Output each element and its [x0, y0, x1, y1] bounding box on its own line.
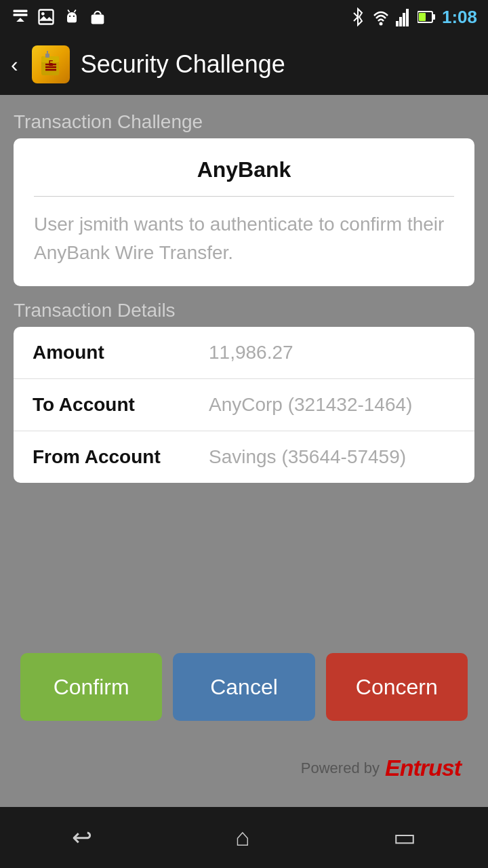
svg-rect-0: [14, 10, 28, 13]
svg-rect-2: [39, 10, 54, 24]
powered-by-text: Powered by: [301, 760, 380, 777]
amount-row: Amount 11,986.27: [14, 327, 474, 379]
svg-rect-18: [419, 13, 426, 21]
challenge-message: User jsmith wants to authenticate to con…: [34, 210, 454, 267]
svg-rect-22: [47, 51, 48, 55]
action-buttons: Confirm Cancel Concern: [14, 653, 474, 734]
app-icon: E: [32, 45, 70, 83]
status-icons-left: [11, 7, 107, 26]
challenge-card: AnyBank User jsmith wants to authenticat…: [14, 138, 474, 286]
svg-point-3: [41, 12, 45, 16]
concern-button[interactable]: Concern: [326, 653, 468, 721]
transaction-challenge-label: Transaction Challenge: [14, 111, 474, 133]
android-icon: [62, 7, 81, 26]
amount-value: 11,986.27: [209, 342, 455, 363]
svg-line-7: [75, 10, 76, 13]
svg-rect-12: [396, 21, 399, 26]
transaction-challenge-section: Transaction Challenge AnyBank User jsmit…: [14, 111, 474, 286]
back-nav-button[interactable]: ↩: [52, 816, 113, 859]
cancel-button[interactable]: Cancel: [173, 653, 314, 721]
svg-line-6: [68, 10, 69, 13]
status-bar: 1:08: [0, 0, 488, 34]
svg-rect-1: [14, 14, 28, 16]
svg-point-5: [73, 16, 75, 17]
transaction-details-label: Transaction Details: [14, 300, 474, 321]
footer: Powered by Entrust: [14, 748, 474, 791]
svg-text:E: E: [48, 60, 53, 67]
wifi-icon: [371, 7, 390, 26]
svg-point-11: [379, 22, 382, 26]
from-account-label: From Account: [33, 446, 209, 468]
bluetooth-icon: [350, 7, 366, 26]
svg-rect-17: [432, 14, 435, 20]
svg-rect-8: [92, 15, 104, 24]
details-card: Amount 11,986.27 To Account AnyCorp (321…: [14, 327, 474, 483]
home-nav-button[interactable]: ⌂: [215, 816, 270, 859]
amount-label: Amount: [33, 342, 209, 363]
nav-bar: ↩ ⌂ ▭: [0, 807, 488, 868]
svg-rect-14: [403, 13, 405, 26]
to-account-value: AnyCorp (321432-1464): [209, 394, 455, 416]
confirm-button[interactable]: Confirm: [20, 653, 162, 721]
back-button[interactable]: ‹: [11, 52, 18, 77]
transaction-details-section: Transaction Details Amount 11,986.27 To …: [14, 300, 474, 483]
svg-point-4: [69, 16, 70, 17]
signal-icon: [396, 7, 412, 26]
battery-icon: [418, 9, 436, 24]
bank-name: AnyBank: [34, 157, 454, 197]
from-account-row: From Account Savings (35644-57459): [14, 431, 474, 483]
app-bar: ‹ E Security Challenge: [0, 34, 488, 95]
from-account-value: Savings (35644-57459): [209, 446, 455, 468]
entrust-logo: Entrust: [385, 755, 461, 781]
bag-icon: [88, 7, 107, 26]
status-time: 1:08: [442, 7, 477, 28]
image-icon: [37, 7, 56, 26]
status-icons-right: 1:08: [350, 7, 477, 28]
to-account-row: To Account AnyCorp (321432-1464): [14, 379, 474, 431]
app-title: Security Challenge: [81, 50, 285, 79]
download-icon: [11, 7, 30, 26]
recents-nav-button[interactable]: ▭: [373, 816, 436, 859]
svg-rect-13: [399, 17, 402, 26]
to-account-label: To Account: [33, 394, 209, 416]
svg-rect-15: [406, 9, 409, 26]
main-content: Transaction Challenge AnyBank User jsmit…: [0, 95, 488, 807]
